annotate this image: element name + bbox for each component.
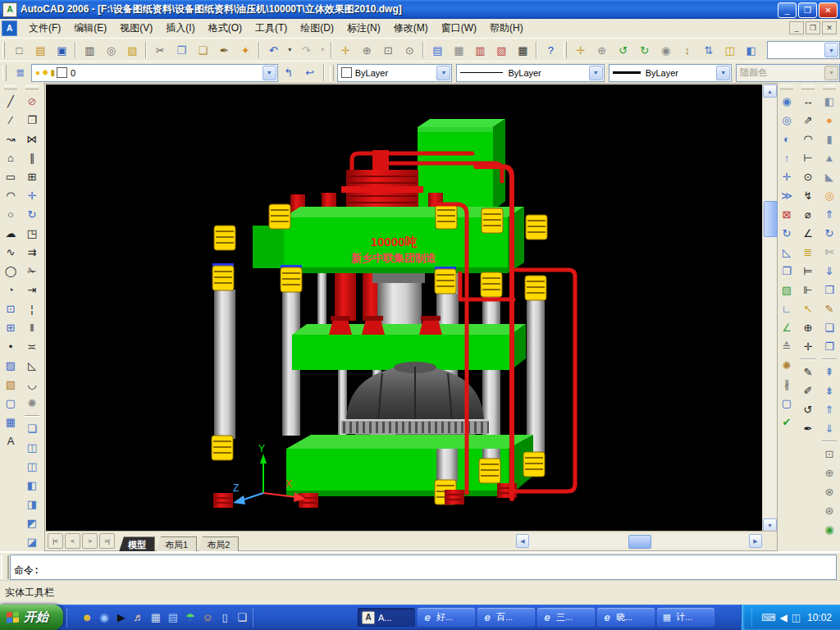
baseline-dimension-button[interactable]: ⊨: [798, 262, 818, 281]
toolbar-grip[interactable]: [330, 65, 334, 81]
paste-button[interactable]: ❏: [193, 41, 212, 60]
designcenter-button[interactable]: ▦: [449, 41, 468, 60]
check-button[interactable]: ✔: [777, 413, 797, 431]
calculator-ql-button[interactable]: ▦: [148, 609, 163, 626]
zoom-window-2-button[interactable]: ⊡: [819, 445, 839, 463]
extrude-button[interactable]: ⇑: [819, 205, 839, 224]
pan-3d-button[interactable]: ✛: [571, 41, 591, 60]
clean-button[interactable]: ✺: [777, 356, 797, 375]
ime-keyboard-icon[interactable]: ⌨: [761, 612, 775, 623]
linetype-control-combo[interactable]: ByLayer ▼: [456, 64, 604, 82]
delete-faces-button[interactable]: ⊠: [777, 205, 797, 224]
mdi-minimize-button[interactable]: _: [789, 21, 804, 34]
chevron-down-icon[interactable]: ▼: [589, 66, 603, 80]
rotate-faces-button[interactable]: ↻: [777, 224, 797, 243]
pan-realtime-button[interactable]: ✛: [336, 41, 355, 60]
fillet-button[interactable]: ◡: [22, 375, 42, 394]
command-window-grip[interactable]: [1, 555, 9, 579]
taskbar-window-2[interactable]: e百...: [477, 608, 535, 627]
chamfer-button[interactable]: ◺: [22, 356, 42, 375]
aligned-dimension-button[interactable]: ⇗: [798, 111, 818, 130]
subtract-button[interactable]: ◎: [777, 111, 797, 130]
polyline-button[interactable]: ↝: [1, 130, 21, 148]
match-properties-button[interactable]: ✒: [214, 41, 234, 60]
new-file-button[interactable]: □: [9, 41, 29, 60]
spline-button[interactable]: ∿: [1, 243, 21, 262]
swivel-camera-button[interactable]: ◉: [656, 41, 676, 60]
copy-clip-button[interactable]: ❐: [171, 41, 191, 60]
menu-item-4[interactable]: 格式(O): [202, 19, 249, 38]
quick-dimension-button[interactable]: ≣: [798, 243, 818, 262]
model-space-canvas[interactable]: 10000吨 新乡中联集团制造: [46, 84, 765, 532]
save-file-button[interactable]: ▣: [52, 41, 71, 60]
help-button[interactable]: ?: [541, 41, 560, 60]
menu-item-5[interactable]: 工具(T): [249, 19, 294, 38]
chevron-down-icon[interactable]: ▼: [436, 66, 450, 80]
zoom-3d-button[interactable]: ⊕: [592, 41, 612, 60]
zoom-window-button[interactable]: ⊡: [378, 41, 398, 60]
gradient-button[interactable]: ▧: [1, 375, 21, 394]
construction-line-button[interactable]: ∕: [1, 111, 21, 130]
make-object-layer-current-button[interactable]: ↰: [279, 63, 299, 82]
revision-cloud-button[interactable]: ☁: [1, 224, 21, 243]
array-button[interactable]: ⊞: [22, 167, 42, 186]
top-view-button[interactable]: ◫: [22, 438, 42, 457]
messenger-button[interactable]: ☻: [80, 609, 94, 626]
right-view-button[interactable]: ◨: [22, 495, 42, 514]
rotate-button[interactable]: ↻: [22, 205, 42, 224]
scroll-left-button[interactable]: ◀: [516, 534, 529, 548]
diameter-dimension-button[interactable]: ⌀: [798, 205, 818, 224]
lock-icon[interactable]: ▮: [50, 68, 55, 77]
setup-view-button[interactable]: ❏: [819, 318, 839, 337]
free-orbit-button[interactable]: ↻: [635, 41, 655, 60]
tab-nav-button-2[interactable]: >: [82, 533, 98, 549]
tab-layout2[interactable]: 布局2: [198, 536, 239, 552]
offset-faces-button[interactable]: ≫: [777, 186, 797, 205]
toolbar-grip[interactable]: [25, 85, 39, 89]
vertical-scroll-thumb[interactable]: [764, 201, 778, 237]
arc-length-dimension-button[interactable]: ◠: [798, 130, 818, 148]
named-view-combo[interactable]: ▼: [767, 41, 840, 59]
antivirus-umbrella-button[interactable]: ☂: [183, 609, 198, 626]
journal-app-button[interactable]: ❏: [235, 609, 249, 626]
dimension-style-button[interactable]: ✒: [798, 419, 818, 438]
properties-palette-button[interactable]: ▤: [427, 41, 447, 60]
intersect-button[interactable]: ◐: [777, 130, 797, 148]
erase-button[interactable]: ⊘: [22, 92, 42, 111]
color-faces-button[interactable]: ▨: [777, 281, 797, 299]
hide-objects-button[interactable]: ◫: [720, 41, 740, 60]
layer-combo[interactable]: ● ✹ ▮ 0 ▼: [31, 64, 278, 82]
explode-button[interactable]: ✺: [22, 394, 42, 413]
vertical-scrollbar[interactable]: ▲ ▼: [762, 84, 777, 532]
undo-dropdown-caret[interactable]: ▾: [285, 41, 294, 60]
toolbar-grip[interactable]: [801, 85, 815, 89]
lineweight-control-combo[interactable]: ByLayer ▼: [609, 64, 733, 82]
mdi-close-button[interactable]: ✕: [822, 21, 837, 34]
menu-item-1[interactable]: 编辑(E): [67, 19, 113, 38]
zoom-realtime-button[interactable]: ⊕: [357, 41, 377, 60]
scale-button[interactable]: ◳: [22, 224, 42, 243]
copy-edges-button[interactable]: ∟: [777, 299, 797, 318]
region-button[interactable]: ▢: [1, 394, 21, 413]
horizontal-scroll-thumb[interactable]: [628, 535, 651, 549]
jogged-dimension-button[interactable]: ↯: [798, 186, 818, 205]
radius-dimension-button[interactable]: ⊙: [798, 167, 818, 186]
linear-dimension-button[interactable]: ↔: [798, 92, 818, 111]
taper-faces-button[interactable]: ◺: [777, 243, 797, 262]
block-editor-button[interactable]: ✦: [235, 41, 255, 60]
multiline-text-button[interactable]: A: [1, 431, 21, 450]
menu-item-7[interactable]: 标注(N): [340, 19, 387, 38]
zoom-scale-button[interactable]: ⊗: [819, 482, 839, 501]
separate-button[interactable]: ∦: [777, 375, 797, 394]
back-view-button[interactable]: ◪: [22, 532, 42, 551]
ellipse-arc-button[interactable]: ◔: [1, 281, 21, 299]
table-button[interactable]: ▦: [1, 413, 21, 431]
menu-item-6[interactable]: 绘图(D): [294, 19, 340, 38]
tab-nav-button-0[interactable]: |<: [48, 533, 63, 549]
ordinate-dimension-button[interactable]: ⊢: [798, 148, 818, 167]
visual-styles-button[interactable]: ◧: [742, 41, 761, 60]
restore-button[interactable]: ❐: [798, 2, 817, 18]
front-view-button[interactable]: ◩: [22, 514, 42, 532]
hatch-button[interactable]: ▨: [1, 356, 21, 375]
dimension-update-button[interactable]: ↺: [798, 400, 818, 419]
